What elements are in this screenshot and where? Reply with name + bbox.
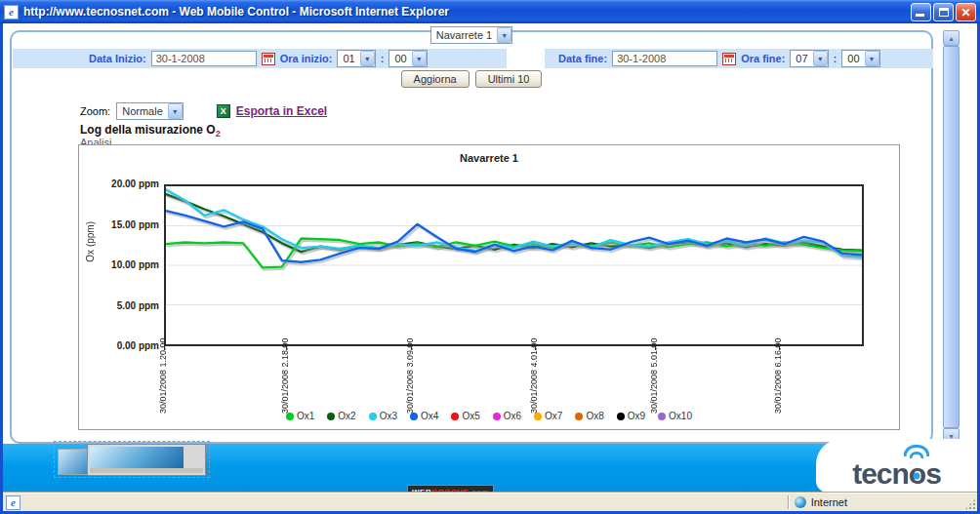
legend-item: Ox5	[451, 411, 479, 421]
legend-item: Ox8	[575, 411, 603, 421]
thumbnail-window-icon	[87, 444, 206, 476]
thumbnail-screen-icon	[90, 447, 184, 468]
chart-svg	[166, 186, 862, 344]
x-tick-label: 30/01/2008 1.20.00	[158, 351, 168, 414]
legend-label: Ox5	[462, 411, 479, 421]
data-fine-input[interactable]	[612, 51, 717, 66]
close-button[interactable]: ✕	[956, 3, 976, 21]
ora-inizio-hour-value: 01	[338, 53, 359, 64]
scroll-thumb[interactable]	[943, 46, 960, 428]
legend-item: Ox3	[369, 411, 397, 421]
zoom-row: Zoom: Normale ▼ Esporta in Excel	[80, 102, 327, 120]
station-select-value: Navarrete 1	[431, 29, 497, 41]
tecnos-logo: tecnos	[852, 459, 941, 489]
x-tick-label: 30/01/2008 5.01.00	[649, 351, 659, 414]
title-bar[interactable]: http://www.tecnosnet.com - Web Mobile Co…	[0, 0, 980, 23]
chevron-down-icon[interactable]: ▼	[412, 51, 427, 66]
x-tick-label: 30/01/2008 6.16.00	[773, 351, 783, 414]
y-tick-label: 5.00 ppm	[79, 300, 159, 311]
ora-inizio-minute-value: 00	[389, 53, 411, 64]
logo-text: tecn	[852, 459, 909, 489]
legend-item: Ox9	[617, 411, 645, 421]
footer-band: WEBGROOVE.com tecnos	[3, 444, 977, 493]
legend-dot-icon	[575, 413, 583, 420]
ora-fine-minute-select[interactable]: 00 ▼	[841, 50, 879, 67]
legend-item: Ox2	[327, 411, 355, 421]
frame-scrollbar[interactable]: ▲ ▼	[943, 30, 960, 444]
legend-label: Ox10	[669, 411, 692, 421]
legend-label: Ox1	[297, 411, 314, 421]
chart-panel: Navarrete 1 Ox (ppm) Ox1Ox2Ox3Ox4Ox5Ox6O…	[78, 144, 900, 430]
minimize-icon	[916, 14, 924, 17]
date-filter-left: Data Inizio: Ora inizio: 01 ▼ : 00 ▼	[13, 49, 507, 68]
colon-separator: :	[381, 53, 385, 64]
page: Navarrete 1 ▼ Data Inizio: Ora inizio: 0…	[3, 23, 977, 493]
scroll-up-button[interactable]: ▲	[943, 30, 960, 46]
calendar-icon[interactable]	[262, 53, 275, 65]
legend-label: Ox7	[545, 411, 562, 421]
wifi-dot-icon	[914, 473, 920, 480]
legend-dot-icon	[617, 413, 625, 420]
internet-zone-label: Internet	[811, 496, 847, 508]
resize-grip[interactable]	[964, 498, 976, 510]
ora-inizio-hour-select[interactable]: 01 ▼	[337, 50, 375, 67]
station-row: Navarrete 1 ▼	[12, 26, 931, 44]
legend-item: Ox1	[286, 411, 314, 421]
station-select[interactable]: Navarrete 1 ▼	[430, 26, 512, 44]
legend-label: Ox4	[421, 411, 438, 421]
window-title: http://www.tecnosnet.com - Web Mobile Co…	[23, 5, 909, 19]
browser-window: http://www.tecnosnet.com - Web Mobile Co…	[0, 0, 980, 514]
content-frame: Navarrete 1 ▼ Data Inizio: Ora inizio: 0…	[10, 30, 933, 444]
legend-label: Ox9	[628, 411, 645, 421]
ora-inizio-minute-select[interactable]: 00 ▼	[388, 50, 427, 67]
wifi-arcs-icon	[904, 445, 930, 456]
y-tick-label: 15.00 ppm	[79, 219, 159, 230]
legend-dot-icon	[658, 413, 666, 420]
y-tick-label: 0.00 ppm	[79, 340, 159, 351]
legend-label: Ox6	[504, 411, 521, 421]
chevron-down-icon[interactable]: ▼	[360, 51, 375, 66]
zoom-select-value: Normale	[117, 105, 168, 117]
ultimi-10-button[interactable]: Ultimi 10	[475, 70, 543, 88]
status-divider	[788, 495, 789, 509]
aggiorna-button[interactable]: Aggiorna	[401, 70, 470, 88]
data-inizio-label: Data Inizio:	[89, 53, 146, 64]
o2-subscript: 2	[216, 129, 221, 138]
log-title-text: Log della misurazione O	[80, 123, 216, 137]
zoom-select[interactable]: Normale ▼	[116, 102, 184, 120]
legend-dot-icon	[369, 413, 377, 420]
plot-area	[164, 184, 864, 346]
legend-item: Ox10	[658, 411, 692, 421]
data-inizio-input[interactable]	[151, 51, 257, 66]
legend-label: Ox3	[380, 411, 397, 421]
status-bar: Internet	[3, 493, 977, 511]
chevron-down-icon[interactable]: ▼	[813, 51, 828, 66]
maximize-button[interactable]	[933, 3, 954, 21]
chevron-down-icon[interactable]: ▼	[865, 51, 879, 66]
ora-fine-hour-select[interactable]: 07 ▼	[790, 50, 828, 67]
ora-inizio-label: Ora inizio:	[280, 53, 333, 64]
chevron-down-icon[interactable]: ▼	[168, 103, 183, 119]
page-icon	[6, 495, 20, 510]
minimize-button[interactable]	[911, 3, 931, 21]
y-tick-label: 20.00 ppm	[79, 178, 159, 189]
calendar-icon[interactable]	[722, 53, 736, 65]
excel-icon	[217, 104, 230, 118]
colon-separator: :	[834, 53, 837, 64]
ora-fine-label: Ora fine:	[741, 53, 785, 64]
zoom-label: Zoom:	[80, 105, 110, 117]
logo-o: o	[909, 459, 925, 489]
legend-label: Ox2	[338, 411, 355, 421]
esporta-in-excel-link[interactable]: Esporta in Excel	[236, 104, 327, 118]
thumbnail-images	[54, 441, 210, 478]
thumbnail-strip	[90, 468, 203, 473]
legend-item: Ox6	[493, 411, 521, 421]
ora-fine-hour-value: 07	[791, 53, 812, 64]
tecnos-logo-tab: tecnos	[816, 439, 977, 493]
maximize-icon	[939, 8, 949, 17]
chevron-down-icon[interactable]: ▼	[497, 27, 511, 43]
ie-page-icon	[4, 5, 19, 20]
chart-title: Navarrete 1	[79, 152, 899, 164]
x-tick-label: 30/01/2008 4.01.00	[529, 351, 539, 414]
ora-fine-minute-value: 00	[842, 53, 864, 64]
